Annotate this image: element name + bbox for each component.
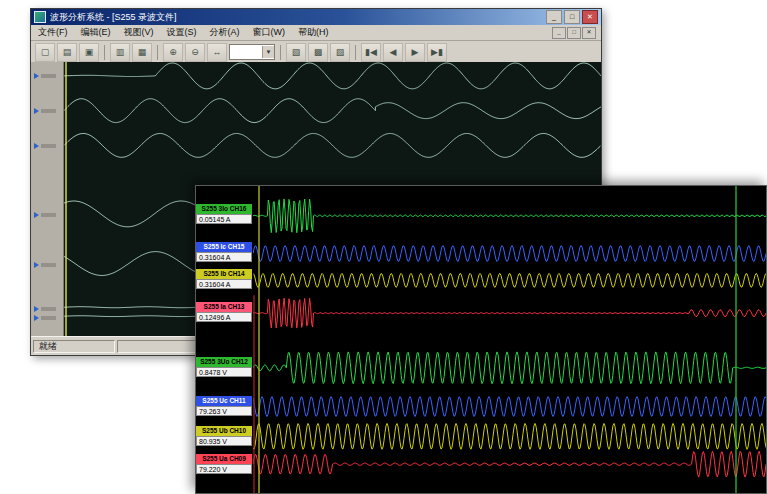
menu-item[interactable]: 视图(V)	[122, 26, 156, 39]
front-waveform-plot[interactable]	[253, 186, 766, 493]
front-waveform-s255-ib-ch14	[253, 273, 766, 287]
channel-marker-2[interactable]	[34, 108, 56, 114]
channel-mini-label	[41, 74, 56, 78]
channel-marker-4[interactable]	[34, 212, 56, 218]
channel-name[interactable]: S255 3Io CH16	[196, 204, 252, 214]
channel-marker-7[interactable]	[34, 315, 56, 321]
channel-value: 79.220 V	[196, 464, 252, 474]
save-icon[interactable]: ▣	[79, 43, 99, 62]
app-icon	[34, 11, 46, 23]
channel-name[interactable]: S255 Ic CH15	[196, 242, 252, 252]
front-waveform-s255-uc-ch11	[253, 397, 766, 417]
channel-value: 0.12496 A	[196, 312, 252, 322]
channel-arrow-icon	[34, 73, 39, 79]
zoomed-waveform-window: S255 3Io CH160.05145 AS255 Ic CH150.3160…	[195, 185, 767, 494]
front-waveform-s255-ia-ch13	[253, 298, 766, 328]
channel-label-block: S255 3Io CH160.05145 A	[196, 204, 252, 224]
channel-mini-label	[41, 263, 56, 267]
channel-value: 0.31604 A	[196, 252, 252, 262]
back-titlebar[interactable]: 波形分析系统 - [S255 录波文件] _□✕	[31, 9, 601, 25]
channel-label-block: S255 Ia CH130.12496 A	[196, 302, 252, 322]
minimize-button[interactable]: _	[546, 10, 562, 24]
toolbar-separator	[104, 45, 105, 60]
settings-icon[interactable]: ▨	[330, 43, 350, 62]
new-file-icon[interactable]: ▢	[35, 43, 55, 62]
menubar: 文件(F)编辑(E)视图(V)设置(S)分析(A)窗口(W)帮助(H) _□✕	[31, 25, 601, 41]
zoom-in-icon[interactable]: ⊕	[163, 43, 183, 62]
channel-arrow-icon	[34, 315, 39, 321]
toolbar: ▢▤▣▥▦⊕⊖↔▼▧▩▨▮◀◀▶▶▮	[31, 41, 601, 64]
channel-label-block: S255 Ua CH0979.220 V	[196, 454, 252, 474]
menu-item[interactable]: 分析(A)	[208, 26, 242, 39]
menu-item[interactable]: 编辑(E)	[79, 26, 113, 39]
channel-sidebar	[31, 62, 64, 339]
go-first-icon[interactable]: ▮◀	[361, 43, 381, 62]
close-button[interactable]: ✕	[582, 10, 598, 24]
channel-arrow-icon	[34, 212, 39, 218]
channel-marker-3[interactable]	[34, 143, 56, 149]
channel-name[interactable]: S255 Ia CH13	[196, 302, 252, 312]
channel-value: 0.8478 V	[196, 367, 252, 377]
report-view-icon[interactable]: ▩	[308, 43, 328, 62]
channel-value: 80.935 V	[196, 436, 252, 446]
channel-marker-1[interactable]	[34, 73, 56, 79]
print-icon[interactable]: ▥	[110, 43, 130, 62]
channel-value: 79.263 V	[196, 406, 252, 416]
channel-mini-label	[41, 307, 56, 311]
channel-mini-label	[41, 109, 56, 113]
channel-mini-label	[41, 213, 56, 217]
waveform-view-icon[interactable]: ▧	[286, 43, 306, 62]
front-waveform-svg	[253, 186, 766, 493]
maximize-button[interactable]: □	[564, 10, 580, 24]
channel-label-block: S255 Ib CH140.31604 A	[196, 269, 252, 289]
mdi-window-controls: _□✕	[552, 27, 596, 39]
mdi-close-button[interactable]: ✕	[582, 27, 596, 39]
mdi-maximize-button[interactable]: □	[567, 27, 581, 39]
channel-value: 0.05145 A	[196, 214, 252, 224]
channel-label-block: S255 Ub CH1080.935 V	[196, 426, 252, 446]
front-waveform-s255-3io-ch16	[253, 199, 766, 233]
back-waveform-channel-2	[64, 99, 601, 123]
menu-item[interactable]: 文件(F)	[36, 26, 70, 39]
toolbar-separator	[157, 45, 158, 60]
channel-arrow-icon	[34, 262, 39, 268]
channel-label-column: S255 3Io CH160.05145 AS255 Ic CH150.3160…	[196, 186, 253, 493]
step-forward-icon[interactable]: ▶	[405, 43, 425, 62]
channel-arrow-icon	[34, 108, 39, 114]
go-last-icon[interactable]: ▶▮	[427, 43, 447, 62]
channel-name[interactable]: S255 Uc CH11	[196, 396, 252, 406]
channel-label-block: S255 Uc CH1179.263 V	[196, 396, 252, 416]
menu-item[interactable]: 设置(S)	[165, 26, 199, 39]
channel-arrow-icon	[34, 143, 39, 149]
zoom-fit-icon[interactable]: ↔	[207, 43, 227, 62]
desktop: 波形分析系统 - [S255 录波文件] _□✕ 文件(F)编辑(E)视图(V)…	[0, 0, 767, 494]
menu-item[interactable]: 帮助(H)	[296, 26, 331, 39]
toolbar-separator	[355, 45, 356, 60]
channel-name[interactable]: S255 Ib CH14	[196, 269, 252, 279]
channel-marker-5[interactable]	[34, 262, 56, 268]
channel-arrow-icon	[34, 306, 39, 312]
open-file-icon[interactable]: ▤	[57, 43, 77, 62]
front-waveform-s255-3uo-ch12	[253, 352, 766, 384]
menubar-items: 文件(F)编辑(E)视图(V)设置(S)分析(A)窗口(W)帮助(H)	[36, 26, 331, 39]
chevron-down-icon[interactable]: ▼	[262, 46, 274, 58]
window-controls: _□✕	[546, 10, 598, 24]
back-waveform-channel-1	[64, 63, 601, 89]
channel-name[interactable]: S255 Ub CH10	[196, 426, 252, 436]
channel-value: 0.31604 A	[196, 279, 252, 289]
channel-marker-6[interactable]	[34, 306, 56, 312]
window-title: 波形分析系统 - [S255 录波文件]	[50, 11, 177, 24]
channel-name[interactable]: S255 Ua CH09	[196, 454, 252, 464]
status-cell-0: 就绪	[33, 340, 115, 353]
channel-mini-label	[41, 316, 56, 320]
step-back-icon[interactable]: ◀	[383, 43, 403, 62]
back-waveform-channel-3	[64, 133, 601, 157]
channel-name[interactable]: S255 3Uo CH12	[196, 357, 252, 367]
channel-mini-label	[41, 144, 56, 148]
copy-icon[interactable]: ▦	[132, 43, 152, 62]
zoom-out-icon[interactable]: ⊖	[185, 43, 205, 62]
menu-item[interactable]: 窗口(W)	[251, 26, 288, 39]
front-waveform-s255-ub-ch10	[253, 423, 766, 449]
scale-combo[interactable]: ▼	[229, 44, 275, 60]
mdi-minimize-button[interactable]: _	[552, 27, 566, 39]
